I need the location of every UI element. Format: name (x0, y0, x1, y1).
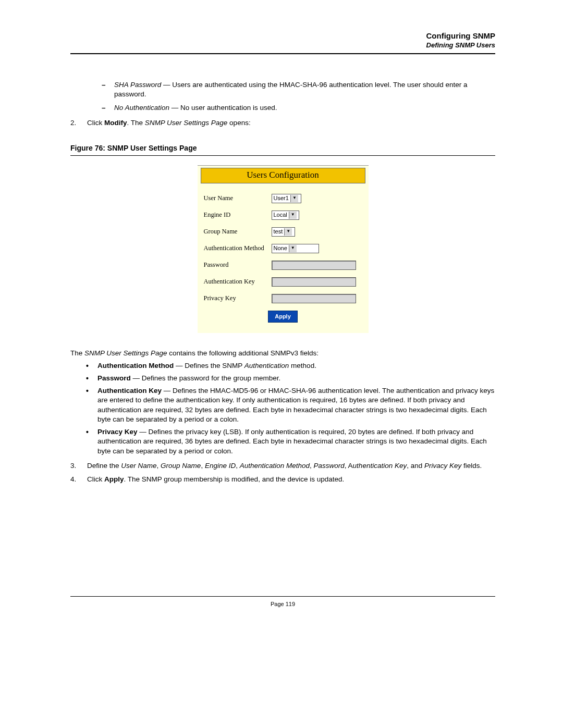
s3-i6: uthentication Key (353, 462, 407, 470)
bullet-password: Password — Defines the password for the … (86, 374, 495, 383)
step-2-pre: Click (87, 119, 104, 127)
page-number: Page 119 (70, 600, 495, 608)
bullet-privacy-key: Privacy Key — Defines the privacy key (L… (86, 427, 495, 456)
page-header: Configuring SNMP Defining SNMP Users (70, 31, 495, 49)
step-2: 2. Click Modify. The SNMP User Settings … (70, 118, 495, 128)
s3-pre: Define the (87, 462, 121, 470)
label-groupname: Group Name (204, 227, 272, 236)
s3-i7: Privacy Key (424, 462, 461, 470)
select-username-value: User1 (274, 194, 290, 202)
sub-bullet-list: SHA Password — Users are authenticated u… (70, 80, 495, 113)
s3-c4: , (310, 462, 314, 470)
s4-pre: Click (87, 475, 104, 483)
header-title: Configuring SNMP (70, 31, 495, 40)
row-groupname: Group Name test ▼ (204, 227, 362, 237)
row-privkey: Privacy Key (204, 294, 362, 303)
screenshot-title: Users Configuration (201, 168, 365, 183)
screenshot-body: User Name User1 ▼ Engine ID Local ▼ (198, 183, 369, 333)
bullet-auth-method: Authentication Method — Defines the SNMP… (86, 361, 495, 371)
select-groupname[interactable]: test ▼ (272, 227, 295, 237)
label-password: Password (204, 261, 272, 269)
s3-c1: , (157, 462, 161, 470)
input-privkey[interactable] (272, 294, 356, 303)
intro-post: contains the following additional SNMPv3… (167, 349, 319, 357)
sha-text: — Users are authenticated using the HMAC… (114, 81, 468, 98)
step-2-num: 2. (70, 118, 76, 128)
header-rule (70, 53, 495, 54)
sub-bullet-noauth: No Authentication — No user authenticati… (102, 103, 495, 113)
snmp-user-settings-screenshot: Users Configuration User Name User1 ▼ En… (198, 165, 369, 333)
step-4: 4. Click Apply. The SNMP group membershi… (70, 475, 495, 484)
b1-bold: Authentication Method (97, 362, 174, 369)
select-groupname-value: test (274, 228, 285, 236)
after-figure-text: The SNMP User Settings Page contains the… (70, 349, 495, 485)
chevron-down-icon: ▼ (289, 245, 297, 252)
footer-rule (70, 596, 495, 597)
b4-text: — Defines the privacy key (LSB). If only… (97, 428, 487, 454)
step-2-bold: Modify (104, 119, 127, 127)
step-2-mid: . The (127, 119, 145, 127)
noauth-label: No Authentication (114, 104, 169, 112)
s3-i5: Password (314, 462, 345, 470)
label-privkey: Privacy Key (204, 294, 272, 303)
b4-bold: Privacy Key (97, 428, 138, 436)
b2-bold: Password (97, 374, 131, 382)
sub-bullet-sha: SHA Password — Users are authenticated u… (102, 80, 495, 99)
s3-i1: User Name (121, 462, 156, 470)
label-authmethod: Authentication Method (204, 244, 272, 253)
noauth-text: — No user authentication is used. (169, 104, 277, 112)
step-4-num: 4. (70, 475, 76, 484)
figure-caption: Figure 76: SNMP User Settings Page (70, 143, 495, 153)
b1-post: method. (289, 362, 316, 369)
row-authkey: Authentication Key (204, 277, 362, 287)
label-engineid: Engine ID (204, 211, 272, 219)
s4-bold: Apply (104, 475, 124, 483)
s4-post: . The SNMP group membership is modified,… (124, 475, 345, 483)
b3-bold: Authentication Key (97, 387, 162, 394)
chevron-down-icon: ▼ (284, 228, 292, 236)
row-authmethod: Authentication Method None ▼ (204, 244, 362, 253)
b1-mid: — Defines the SNMP (174, 362, 244, 369)
intro-ital: SNMP User Settings Page (84, 349, 167, 357)
content: SHA Password — Users are authenticated u… (70, 80, 495, 608)
sha-label: SHA Password (114, 81, 161, 89)
field-bullet-list: Authentication Method — Defines the SNMP… (70, 361, 495, 456)
s3-c2: , (201, 462, 205, 470)
s3-c6: , and (407, 462, 424, 470)
select-engineid[interactable]: Local ▼ (272, 211, 299, 220)
label-username: User Name (204, 194, 272, 203)
bullet-auth-key: Authentication Key — Defines the HMAC-MD… (86, 386, 495, 424)
select-authmethod[interactable]: None ▼ (272, 244, 319, 253)
s3-i2: Group Name (161, 462, 201, 470)
s3-post: fields. (461, 462, 482, 470)
label-authkey: Authentication Key (204, 277, 272, 286)
page: Configuring SNMP Defining SNMP Users SHA… (0, 0, 563, 728)
apply-button[interactable]: Apply (268, 311, 298, 323)
s3-c3: , (236, 462, 240, 470)
step-2-ital: SNMP User Settings Page (145, 119, 228, 127)
input-password[interactable] (272, 261, 356, 270)
step-2-post: opens: (227, 119, 250, 127)
step-3-num: 3. (70, 461, 76, 471)
b1-ital: Authentication (244, 362, 289, 369)
input-authkey[interactable] (272, 277, 356, 287)
select-authmethod-value: None (274, 244, 289, 252)
header-subtitle: Defining SNMP Users (70, 41, 495, 49)
step-3: 3. Define the User Name, Group Name, Eng… (70, 461, 495, 471)
intro-para: The SNMP User Settings Page contains the… (70, 349, 495, 358)
chevron-down-icon: ▼ (289, 212, 297, 219)
intro-pre: The (70, 349, 84, 357)
row-password: Password (204, 261, 362, 270)
row-engineid: Engine ID Local ▼ (204, 211, 362, 220)
s3-i4: Authentication Method (240, 462, 310, 470)
figure-rule (70, 155, 495, 156)
select-username[interactable]: User1 ▼ (272, 194, 301, 203)
chevron-down-icon: ▼ (290, 195, 298, 202)
s3-c5: , A (345, 462, 353, 470)
select-engineid-value: Local (274, 211, 289, 219)
s3-i3: Engine ID (205, 462, 236, 470)
apply-row: Apply (204, 307, 362, 328)
row-username: User Name User1 ▼ (204, 194, 362, 203)
b2-text: — Defines the password for the group mem… (131, 374, 280, 382)
